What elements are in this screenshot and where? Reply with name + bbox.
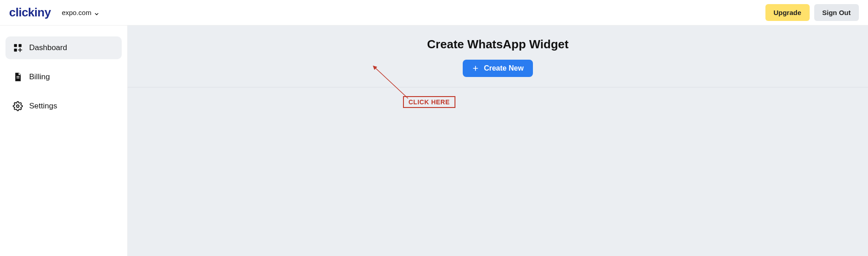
- sidebar-item-label: Settings: [29, 102, 57, 111]
- sidebar-item-settings[interactable]: Settings: [5, 95, 122, 118]
- sidebar: Dashboard Billing Settings: [0, 26, 128, 256]
- create-new-label: Create New: [484, 64, 523, 72]
- signout-button[interactable]: Sign Out: [814, 4, 859, 21]
- annotation-label: CLICK HERE: [403, 96, 455, 108]
- sidebar-item-dashboard[interactable]: Dashboard: [5, 36, 122, 59]
- svg-point-5: [16, 105, 19, 108]
- body-row: Dashboard Billing Settings: [0, 26, 868, 256]
- sidebar-item-billing[interactable]: Billing: [5, 66, 122, 88]
- file-icon: [13, 72, 23, 82]
- header: clickiny expo.com Upgrade Sign Out: [0, 0, 868, 26]
- domain-selector[interactable]: expo.com: [62, 9, 98, 16]
- main-area: Create WhatsApp Widget Create New CLICK …: [128, 26, 868, 256]
- svg-rect-4: [16, 77, 19, 78]
- main-header: Create WhatsApp Widget Create New: [128, 26, 868, 87]
- svg-rect-0: [14, 44, 17, 47]
- svg-rect-3: [16, 76, 19, 77]
- logo: clickiny: [9, 5, 51, 20]
- chevron-down-icon: [94, 10, 98, 15]
- upgrade-button[interactable]: Upgrade: [765, 4, 810, 21]
- page-title: Create WhatsApp Widget: [128, 37, 868, 51]
- create-new-button[interactable]: Create New: [463, 60, 532, 77]
- domain-selector-label: expo.com: [62, 9, 91, 16]
- dashboard-icon: [13, 43, 23, 53]
- svg-rect-1: [19, 44, 21, 47]
- sidebar-item-label: Dashboard: [29, 43, 67, 52]
- gear-icon: [13, 101, 23, 111]
- plus-icon: [472, 65, 479, 72]
- sidebar-item-label: Billing: [29, 72, 50, 82]
- svg-rect-2: [14, 49, 17, 51]
